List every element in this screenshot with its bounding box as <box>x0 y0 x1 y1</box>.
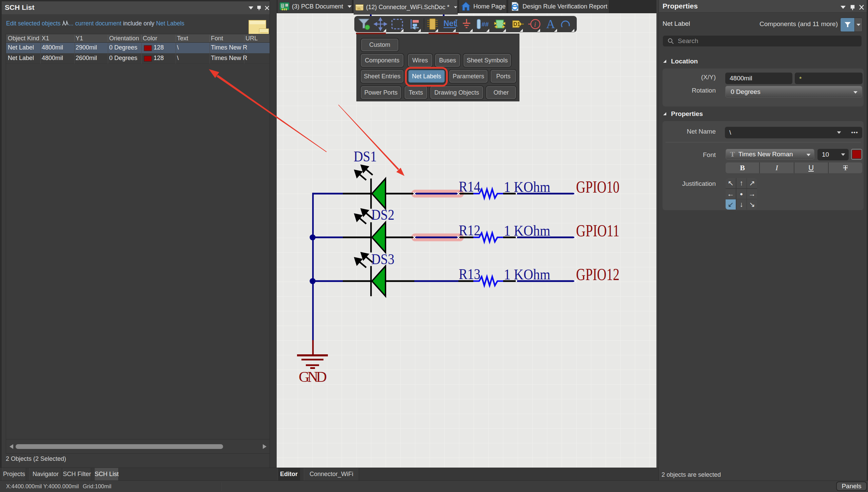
svg-text:R12: R12 <box>459 222 480 239</box>
svg-text:i: i <box>534 20 536 28</box>
svg-text:GPIO11: GPIO11 <box>576 221 619 240</box>
svg-text:1 KOhm: 1 KOhm <box>504 222 550 239</box>
svg-text:R14: R14 <box>459 178 480 195</box>
svg-text:1 KOhm: 1 KOhm <box>504 266 550 283</box>
svg-text:GPIO12: GPIO12 <box>576 265 619 284</box>
svg-text:##: ## <box>481 21 489 28</box>
svg-text:DS2: DS2 <box>371 206 394 223</box>
svg-text:D1: D1 <box>513 21 520 27</box>
svg-text:DS3: DS3 <box>371 251 394 268</box>
svg-text:GND: GND <box>299 369 327 385</box>
svg-text:1 KOhm: 1 KOhm <box>504 179 550 195</box>
svg-text:Net: Net <box>443 19 456 28</box>
svg-text:A: A <box>546 17 555 31</box>
svg-text:GPIO10: GPIO10 <box>576 177 619 196</box>
svg-text:DS1: DS1 <box>354 148 377 165</box>
svg-text:R13: R13 <box>459 266 480 282</box>
